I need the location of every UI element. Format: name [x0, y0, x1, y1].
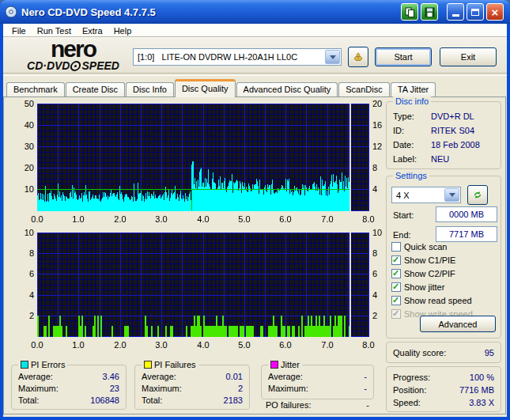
axis-tick-label: 0.0 [25, 340, 50, 350]
checkbox-row-show-read-speed[interactable]: Show read speed [391, 295, 472, 306]
pi-errors-total-value: 106848 [90, 395, 119, 405]
close-icon: × [492, 6, 499, 18]
jitter-maximum-label: Maximum: [268, 384, 308, 393]
tab-disc-quality[interactable]: Disc Quality [175, 79, 236, 97]
minimize-button[interactable] [447, 3, 464, 21]
drive-selector-dropdown-button[interactable] [325, 50, 340, 64]
end-position-field[interactable]: 7717 MB [436, 226, 497, 242]
drive-selector-value: [1:0] LITE-ON DVDRW LH-20A1H LL0C [134, 52, 324, 62]
pi-errors-title: PI Errors [31, 360, 65, 369]
minimize-icon [452, 14, 459, 17]
pi-failures-maximum-label: Maximum: [142, 384, 182, 393]
jitter-title: Jitter [281, 360, 300, 369]
scan-speed-dropdown-button[interactable] [444, 188, 459, 202]
quick-scan-label: Quick scan [404, 242, 447, 252]
logo-cddvd: CD·DVD [27, 59, 70, 72]
refresh-button[interactable] [467, 185, 488, 205]
checkbox-row-quick-scan[interactable]: Quick scan [391, 241, 447, 252]
menu-extra[interactable]: Extra [77, 25, 108, 36]
save-chart-button[interactable] [421, 3, 438, 21]
pi-failures-chart [37, 233, 369, 337]
disc-label-label: Label: [393, 154, 431, 164]
exit-button[interactable]: Exit [440, 47, 497, 66]
axis-tick-label: 8 [372, 163, 393, 172]
scan-speed-selector[interactable]: 4 X [391, 187, 461, 203]
axis-tick-label: 10 [9, 228, 34, 237]
chevron-down-icon [449, 193, 455, 197]
speed-label: Speed: [393, 398, 421, 407]
copy-icon [405, 7, 415, 17]
advanced-button[interactable]: Advanced [420, 316, 496, 332]
menu-file[interactable]: File [6, 25, 32, 36]
tab-advanced-disc-quality[interactable]: Advanced Disc Quality [236, 82, 338, 97]
po-failures-row: PO failures: - [266, 400, 369, 410]
disc-date-label: Date: [393, 140, 431, 149]
start-button[interactable]: Start [375, 47, 432, 66]
pi-errors-chart [37, 104, 369, 211]
checkbox-row-show-jitter[interactable]: Show jitter [391, 282, 444, 293]
pi-errors-average-value: 3.46 [103, 372, 119, 381]
app-window: Nero CD-DVD Speed 4.7.7.5 × File Run Tes… [0, 0, 510, 420]
drive-selector[interactable]: [1:0] LITE-ON DVDRW LH-20A1H LL0C [133, 48, 342, 66]
axis-tick-label: 12 [372, 142, 393, 151]
axis-tick-label: 10 [9, 184, 34, 194]
axis-tick-label: 4 [372, 184, 393, 194]
tab-create-disc[interactable]: Create Disc [66, 82, 125, 97]
cdspeed-logo-text: CD·DVD SPEED [8, 59, 138, 72]
start-position-label: Start: [393, 210, 414, 220]
speed-value: 3.83 X [469, 398, 494, 407]
tab-benchmark[interactable]: Benchmark [6, 82, 65, 97]
show-c2-pif-label: Show C2/PIF [404, 269, 455, 278]
logo-speed: SPEED [81, 59, 119, 72]
axis-tick-label: 20 [372, 99, 393, 108]
show-jitter-label: Show jitter [404, 282, 444, 292]
tab-disc-info[interactable]: Disc Info [126, 82, 174, 97]
axis-tick-label: 20 [9, 163, 34, 172]
pi-errors-legend-swatch [21, 361, 28, 369]
maximize-button[interactable] [467, 3, 484, 21]
tab-scandisc[interactable]: ScanDisc [338, 82, 389, 97]
axis-tick-label: 16 [372, 120, 393, 130]
quality-score-value: 95 [485, 348, 494, 358]
start-position-field[interactable]: 0000 MB [436, 206, 497, 222]
checkbox-row-show-c2-pif[interactable]: Show C2/PIF [391, 268, 455, 279]
window-title: Nero CD-DVD Speed 4.7.7.5 [21, 6, 156, 18]
axis-tick-label: 8.0 [356, 214, 381, 224]
axis-tick-label: 2 [372, 311, 393, 320]
copy-to-clipboard-button[interactable] [401, 3, 418, 21]
disc-id-value: RITEK S04 [431, 126, 494, 135]
close-button[interactable]: × [486, 3, 504, 21]
nero-logo: nero CD·DVD SPEED [8, 39, 138, 72]
axis-tick-label: 8 [9, 248, 34, 258]
pi-failures-caption: PI Failures [142, 360, 198, 369]
chevron-down-icon [330, 55, 336, 59]
axis-tick-label: 2.0 [108, 340, 133, 350]
axis-tick-label: 7.0 [315, 214, 340, 224]
axis-tick-label: 3.0 [149, 214, 174, 224]
pi-failures-stats-panel: PI Failures Average:0.01 Maximum:2 Total… [134, 365, 250, 410]
settings-panel: Settings 4 X Start: 0000 MB End: 7717 MB… [386, 176, 501, 339]
checkbox-row-show-c1-pie[interactable]: Show C1/PIE [391, 255, 455, 266]
axis-tick-label: 1.0 [66, 340, 91, 350]
app-disc-icon [5, 6, 17, 18]
eject-disc-icon [353, 51, 363, 63]
axis-tick-label: 4.0 [191, 214, 216, 224]
pi-failures-average-label: Average: [142, 372, 176, 381]
pi-failures-maximum-value: 2 [238, 384, 243, 393]
title-bar[interactable]: Nero CD-DVD Speed 4.7.7.5 × [0, 0, 510, 24]
menu-run-test[interactable]: Run Test [32, 25, 77, 36]
separator [3, 73, 507, 76]
nero-logo-text: nero [8, 39, 138, 59]
pi-errors-caption: PI Errors [18, 360, 67, 369]
pi-errors-total-label: Total: [18, 395, 39, 405]
axis-tick-label: 6 [372, 269, 393, 278]
quality-score-label: Quality score: [393, 348, 446, 358]
disc-label-value: NEU [431, 154, 494, 164]
tab-ta-jitter[interactable]: TA Jitter [391, 82, 436, 97]
jitter-average-label: Average: [268, 372, 303, 381]
jitter-stats-panel: Jitter Average:- Maximum:- [261, 365, 374, 399]
menu-help[interactable]: Help [108, 25, 138, 36]
eject-disc-button[interactable] [348, 47, 368, 67]
pi-failures-legend-swatch [144, 361, 152, 369]
axis-tick-label: 8 [372, 248, 393, 258]
